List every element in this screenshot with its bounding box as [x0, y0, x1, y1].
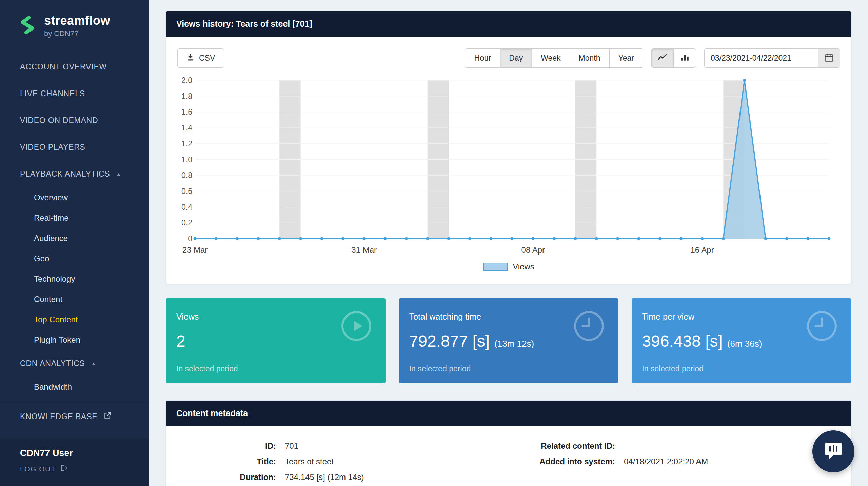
- svg-text:1.0: 1.0: [181, 155, 192, 164]
- metadata-label: Title:: [166, 456, 285, 467]
- sidebar-item-technology[interactable]: Technology: [0, 269, 149, 289]
- views-chart: 00.20.40.60.81.01.21.41.61.82.023 Mar31 …: [177, 73, 840, 257]
- interval-week-button[interactable]: Week: [532, 48, 570, 68]
- caret-up-icon: ▲: [91, 361, 96, 366]
- sidebar-item-real-time[interactable]: Real-time: [0, 208, 149, 228]
- views-history-card: Views history: Tears of steel [701] CSV …: [166, 11, 851, 284]
- svg-text:31 Mar: 31 Mar: [351, 245, 377, 255]
- svg-text:1.6: 1.6: [181, 107, 192, 116]
- sidebar: streamflow by CDN77 ACCOUNT OVERVIEW LIV…: [0, 0, 149, 486]
- stat-period: In selected period: [642, 364, 841, 373]
- metadata-value: 701: [285, 440, 509, 452]
- views-chart-container: 00.20.40.60.81.01.21.41.61.82.023 Mar31 …: [166, 68, 851, 259]
- metadata-value: Tears of steel: [285, 456, 509, 467]
- sidebar-item-video-on-demand[interactable]: VIDEO ON DEMAND: [0, 107, 149, 134]
- logout-icon: [60, 464, 68, 474]
- sidebar-item-video-players[interactable]: VIDEO PLAYERS: [0, 134, 149, 161]
- sidebar-item-content[interactable]: Content: [0, 289, 149, 309]
- content-metadata-card: Content metadata ID: 701 Title: Tears of…: [166, 401, 851, 486]
- sidebar-item-top-content[interactable]: Top Content: [0, 309, 149, 330]
- sidebar-item-bandwidth[interactable]: Bandwidth: [0, 377, 149, 397]
- metadata-row: Duration: 734.145 [s] (12m 14s): [166, 471, 509, 483]
- svg-text:08 Apr: 08 Apr: [521, 245, 545, 255]
- metadata-value: 734.145 [s] (12m 14s): [285, 471, 509, 483]
- logo-subtitle: by CDN77: [44, 29, 110, 38]
- interval-month-button[interactable]: Month: [570, 48, 610, 68]
- line-chart-toggle-button[interactable]: [651, 48, 674, 68]
- total-watching-time-card: Total watching time 792.877 [s] (13m 12s…: [399, 298, 618, 383]
- calendar-button[interactable]: [818, 48, 840, 68]
- metadata-row: ID: 701: [166, 440, 509, 452]
- legend-swatch: [483, 263, 508, 271]
- download-icon: [186, 53, 194, 63]
- logo-title: streamflow: [44, 14, 110, 28]
- chart-toolbar: CSV Hour Day Week Month Year: [166, 37, 851, 68]
- logo: streamflow by CDN77: [0, 0, 149, 48]
- metadata-label: Added into system:: [509, 456, 624, 467]
- content-metadata-body: ID: 701 Title: Tears of steel Duration: …: [166, 426, 851, 486]
- svg-text:0.2: 0.2: [181, 218, 192, 227]
- chat-bubble-icon: [823, 441, 844, 462]
- sidebar-item-playback-analytics[interactable]: PLAYBACK ANALYTICS ▲: [0, 161, 149, 187]
- stat-period: In selected period: [176, 364, 375, 373]
- content-metadata-title: Content metadata: [176, 408, 248, 418]
- svg-text:0.4: 0.4: [181, 203, 192, 211]
- user-name: CDN77 User: [20, 448, 139, 459]
- sidebar-item-audience[interactable]: Audience: [0, 228, 149, 248]
- content-metadata-header: Content metadata: [166, 401, 851, 426]
- date-range-input[interactable]: [704, 48, 818, 68]
- svg-text:0.8: 0.8: [181, 171, 192, 180]
- clock-icon: [806, 310, 837, 343]
- interval-day-button[interactable]: Day: [500, 48, 532, 68]
- interval-year-button[interactable]: Year: [610, 48, 643, 68]
- sidebar-item-plugin-token[interactable]: Plugin Token: [0, 330, 149, 350]
- legend-label: Views: [513, 262, 534, 271]
- svg-text:1.4: 1.4: [181, 123, 192, 132]
- stats-row: Views 2 In selected period Total watchin…: [166, 298, 851, 383]
- stat-period: In selected period: [409, 364, 608, 373]
- metadata-label: Duration:: [166, 471, 285, 483]
- streamflow-logo-icon: [18, 15, 37, 36]
- svg-text:16 Apr: 16 Apr: [690, 245, 714, 255]
- caret-up-icon: ▲: [116, 171, 121, 177]
- sidebar-item-cdn-analytics[interactable]: CDN ANALYTICS ▲: [0, 350, 149, 377]
- sidebar-item-live-channels[interactable]: LIVE CHANNELS: [0, 80, 149, 107]
- calendar-icon: [824, 53, 834, 64]
- svg-text:23 Mar: 23 Mar: [182, 245, 208, 255]
- interval-hour-button[interactable]: Hour: [465, 48, 500, 68]
- sidebar-item-account-overview[interactable]: ACCOUNT OVERVIEW: [0, 54, 149, 80]
- chart-legend[interactable]: Views: [166, 259, 851, 284]
- metadata-label: Related content ID:: [509, 440, 624, 452]
- sidebar-nav: ACCOUNT OVERVIEW LIVE CHANNELS VIDEO ON …: [0, 54, 149, 397]
- views-stat-card: Views 2 In selected period: [166, 298, 386, 383]
- metadata-label: ID:: [166, 440, 285, 452]
- svg-text:0.6: 0.6: [181, 187, 192, 196]
- logout-button[interactable]: LOG OUT: [20, 464, 139, 474]
- svg-text:1.8: 1.8: [181, 92, 192, 101]
- time-per-view-card: Time per view 396.438 [s] (6m 36s) In se…: [632, 298, 851, 383]
- play-circle-icon: [341, 310, 372, 343]
- clock-icon: [573, 310, 605, 343]
- metadata-row: Title: Tears of steel: [166, 456, 509, 467]
- views-history-header: Views history: Tears of steel [701]: [166, 11, 851, 37]
- sidebar-item-geo[interactable]: Geo: [0, 248, 149, 269]
- stat-value: 396.438 [s]: [642, 332, 723, 350]
- metadata-row: Added into system: 04/18/2021 2:02:20 AM: [509, 456, 851, 467]
- stat-sub-value: (13m 12s): [494, 339, 534, 349]
- stat-sub-value: (6m 36s): [727, 339, 762, 349]
- csv-export-button[interactable]: CSV: [177, 48, 224, 68]
- stat-value: 792.877 [s]: [409, 332, 490, 350]
- sidebar-item-knowledge-base[interactable]: KNOWLEDGE BASE: [0, 402, 149, 431]
- main-content: Views history: Tears of steel [701] CSV …: [149, 0, 868, 486]
- svg-text:2.0: 2.0: [181, 76, 192, 85]
- chat-widget-button[interactable]: [812, 430, 854, 472]
- bar-chart-toggle-button[interactable]: [674, 48, 696, 68]
- svg-text:1.2: 1.2: [181, 139, 192, 148]
- external-link-icon: [103, 411, 112, 422]
- bar-chart-icon: [680, 54, 690, 63]
- sidebar-item-overview[interactable]: Overview: [0, 187, 149, 208]
- views-history-title: Views history: Tears of steel [701]: [176, 19, 312, 29]
- line-chart-icon: [658, 54, 667, 63]
- metadata-row: Related content ID:: [509, 440, 851, 452]
- sidebar-footer: CDN77 User LOG OUT: [0, 438, 149, 486]
